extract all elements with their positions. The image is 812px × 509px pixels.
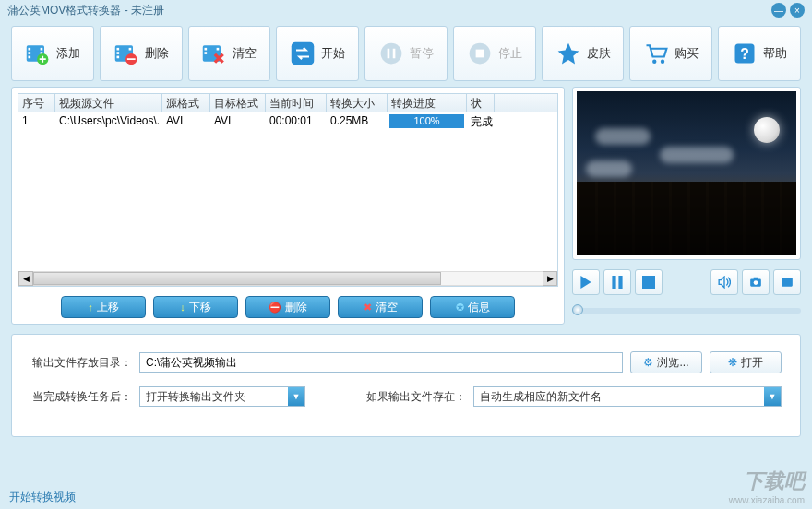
output-settings-panel: 输出文件存放目录： ⚙浏览... ❋打开 当完成转换任务后： 打开转换输出文件夹… xyxy=(11,334,801,437)
svg-rect-10 xyxy=(116,52,119,54)
skin-button[interactable]: 皮肤 xyxy=(542,26,625,81)
help-icon: ? xyxy=(732,41,758,66)
main-toolbar: 添加 删除 清空 开始 暂停 停止 皮肤 购买 ? 帮助 xyxy=(0,20,812,87)
stop-button[interactable]: 停止 xyxy=(453,26,536,81)
preview-pause-button[interactable] xyxy=(603,269,631,295)
arrow-down-icon: ↓ xyxy=(180,302,185,313)
output-dir-input[interactable] xyxy=(139,352,623,373)
row-clear-button[interactable]: ✖清空 xyxy=(338,296,423,318)
svg-rect-31 xyxy=(642,276,655,289)
chevron-down-icon[interactable]: ▼ xyxy=(764,387,781,406)
pause-icon xyxy=(378,41,404,66)
convert-icon xyxy=(290,41,316,66)
col-seq[interactable]: 序号 xyxy=(18,94,55,112)
stop-icon xyxy=(642,276,655,289)
film-clear-icon xyxy=(201,41,227,66)
info-button[interactable]: ✪信息 xyxy=(430,296,515,318)
svg-rect-9 xyxy=(116,48,119,51)
col-source[interactable]: 视频源文件 xyxy=(55,94,162,112)
scroll-thumb[interactable] xyxy=(33,272,441,285)
volume-button[interactable] xyxy=(710,269,738,295)
info-icon: ✪ xyxy=(456,302,464,314)
svg-rect-22 xyxy=(393,49,396,59)
svg-rect-19 xyxy=(292,42,315,65)
svg-text:?: ? xyxy=(740,46,749,62)
chevron-down-icon[interactable]: ▼ xyxy=(288,387,304,406)
svg-rect-4 xyxy=(41,48,43,51)
file-exist-select[interactable]: 自动生成相应的新文件名 ▼ xyxy=(473,386,782,407)
row-delete-button[interactable]: ⛔删除 xyxy=(245,296,330,318)
col-status[interactable]: 状 xyxy=(467,94,495,112)
move-down-button[interactable]: ↓下移 xyxy=(153,296,238,318)
close-button[interactable]: × xyxy=(790,3,805,18)
cart-icon xyxy=(643,41,669,66)
open-button[interactable]: ❋打开 xyxy=(710,351,782,373)
buy-button[interactable]: 购买 xyxy=(629,26,712,81)
after-task-select[interactable]: 打开转换输出文件夹 ▼ xyxy=(139,386,305,407)
pause-button[interactable]: 暂停 xyxy=(364,26,448,81)
svg-rect-12 xyxy=(128,48,131,51)
speaker-icon xyxy=(718,276,731,289)
svg-rect-2 xyxy=(28,52,30,54)
svg-rect-11 xyxy=(116,56,119,59)
output-dir-label: 输出文件存放目录： xyxy=(30,355,132,371)
play-button[interactable] xyxy=(572,269,600,295)
svg-point-26 xyxy=(661,60,664,64)
move-up-button[interactable]: ↑上移 xyxy=(61,296,146,318)
delete-button[interactable]: 删除 xyxy=(100,26,183,81)
watermark: 下载吧 www.xiazaiba.com xyxy=(729,468,805,505)
svg-rect-24 xyxy=(475,50,484,58)
svg-rect-17 xyxy=(205,52,208,54)
film-delete-icon xyxy=(113,41,139,66)
file-exist-label: 如果输出文件存在： xyxy=(366,389,466,405)
browse-button[interactable]: ⚙浏览... xyxy=(630,351,702,373)
star-icon xyxy=(555,41,581,66)
svg-rect-30 xyxy=(618,276,622,289)
progress-bar: 100% xyxy=(389,114,464,128)
status-text: 开始转换视频 xyxy=(9,490,76,505)
clear-button[interactable]: 清空 xyxy=(188,26,271,81)
svg-rect-14 xyxy=(127,58,136,60)
preview-stop-button[interactable] xyxy=(635,269,663,295)
file-table: 序号 视频源文件 源格式 目标格式 当前时间 转换大小 转换进度 状 1 C:\… xyxy=(18,93,558,287)
svg-rect-18 xyxy=(217,48,220,51)
col-progress[interactable]: 转换进度 xyxy=(388,94,467,112)
col-dstfmt[interactable]: 目标格式 xyxy=(210,94,266,112)
scroll-left-arrow[interactable]: ◀ xyxy=(18,271,33,286)
pause-icon xyxy=(611,276,624,289)
folder-open-icon: ❋ xyxy=(728,356,737,369)
svg-rect-21 xyxy=(388,49,390,59)
help-button[interactable]: ? 帮助 xyxy=(718,26,801,81)
file-list-panel: 序号 视频源文件 源格式 目标格式 当前时间 转换大小 转换进度 状 1 C:\… xyxy=(11,87,565,325)
screen-icon xyxy=(781,276,794,289)
svg-point-33 xyxy=(754,280,758,285)
gear-icon: ⚙ xyxy=(643,356,653,369)
svg-point-25 xyxy=(652,60,656,64)
svg-rect-1 xyxy=(28,48,30,51)
col-time[interactable]: 当前时间 xyxy=(266,94,327,112)
svg-point-20 xyxy=(381,43,402,65)
preview-content xyxy=(754,117,780,143)
table-row[interactable]: 1 C:\Users\pc\Videos\... AVI AVI 00:00:0… xyxy=(18,112,557,131)
seek-slider[interactable] xyxy=(572,308,801,314)
slider-knob[interactable] xyxy=(572,304,583,315)
minimize-button[interactable]: — xyxy=(771,3,786,18)
arrow-up-icon: ↑ xyxy=(88,302,93,313)
col-size[interactable]: 转换大小 xyxy=(327,94,388,112)
film-add-icon xyxy=(25,41,51,66)
svg-rect-35 xyxy=(782,278,793,286)
snapshot-button[interactable] xyxy=(742,269,770,295)
start-button[interactable]: 开始 xyxy=(276,26,359,81)
x-icon: ✖ xyxy=(364,302,372,314)
fullscreen-button[interactable] xyxy=(773,269,801,295)
minus-circle-icon: ⛔ xyxy=(269,302,281,314)
camera-icon xyxy=(749,276,762,289)
scroll-right-arrow[interactable]: ▶ xyxy=(543,271,557,286)
add-button[interactable]: 添加 xyxy=(11,26,94,81)
horizontal-scrollbar[interactable]: ◀ ▶ xyxy=(18,271,557,286)
play-icon xyxy=(579,276,592,289)
svg-rect-16 xyxy=(205,48,208,51)
stop-icon xyxy=(467,41,493,66)
video-preview xyxy=(572,87,801,260)
col-srcfmt[interactable]: 源格式 xyxy=(162,94,210,112)
